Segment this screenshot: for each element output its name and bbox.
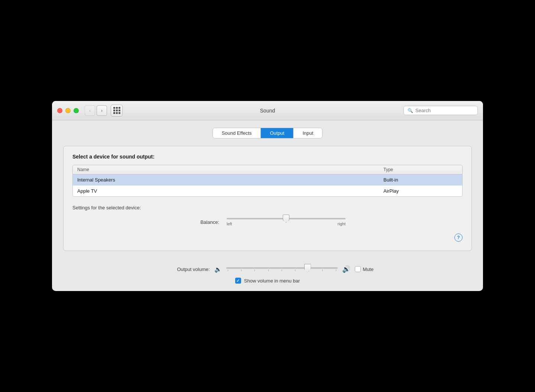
tab-input[interactable]: Input — [294, 128, 322, 138]
help-button[interactable]: ? — [454, 233, 463, 242]
balance-track — [227, 218, 346, 219]
device-table: Name Type Internal Speakers Built-in App… — [72, 165, 463, 197]
tab-sound-effects[interactable]: Sound Effects — [213, 128, 261, 138]
search-input[interactable] — [415, 108, 474, 113]
mute-label: Mute — [363, 267, 374, 272]
main-window: ‹ › Sound 🔍 Sound Effects Output Inp — [52, 101, 483, 291]
table-row[interactable]: Internal Speakers Built-in — [73, 174, 462, 186]
back-icon: ‹ — [89, 108, 91, 113]
show-volume-checkbox[interactable]: ✓ — [235, 278, 241, 284]
search-bar[interactable]: 🔍 — [403, 106, 478, 115]
nav-buttons: ‹ › — [85, 105, 107, 116]
mute-checkbox[interactable] — [355, 266, 361, 272]
speaker-high-icon: 🔊 — [342, 265, 350, 273]
device-type-0: Built-in — [383, 177, 458, 183]
settings-section-title: Settings for the selected device: — [72, 205, 463, 210]
grid-view-button[interactable] — [111, 105, 123, 117]
panel-section-title: Select a device for sound output: — [72, 154, 463, 160]
content-area: Sound Effects Output Input Select a devi… — [52, 120, 483, 260]
search-icon: 🔍 — [408, 108, 413, 113]
bottom-section: Output volume: 🔈 🔊 Mute ✓ Show vo — [52, 260, 483, 291]
col-name-header: Name — [77, 167, 383, 172]
help-button-row: ? — [72, 233, 463, 242]
balance-label: Balance: — [189, 219, 219, 225]
tab-output[interactable]: Output — [261, 128, 294, 138]
minimize-button[interactable] — [65, 108, 71, 113]
output-panel: Select a device for sound output: Name T… — [63, 146, 472, 251]
device-type-1: AirPlay — [383, 188, 458, 194]
output-volume-label: Output volume: — [162, 267, 210, 272]
titlebar: ‹ › Sound 🔍 — [52, 101, 483, 120]
mute-row: Mute — [355, 266, 374, 272]
tabs-row: Sound Effects Output Input — [63, 128, 472, 138]
back-button[interactable]: ‹ — [85, 105, 95, 116]
forward-button[interactable]: › — [97, 105, 107, 116]
balance-row: Balance: left right — [72, 218, 463, 226]
balance-right-label: right — [338, 222, 346, 226]
device-name-0: Internal Speakers — [77, 177, 383, 183]
show-volume-row: ✓ Show volume in menu bar — [63, 278, 472, 284]
window-title: Sound — [260, 108, 275, 114]
device-name-1: Apple TV — [77, 188, 383, 194]
balance-slider-container: left right — [227, 218, 346, 226]
col-type-header: Type — [383, 167, 458, 172]
balance-left-label: left — [227, 222, 232, 226]
speaker-low-icon: 🔈 — [214, 266, 222, 273]
forward-icon: › — [101, 108, 103, 113]
grid-icon — [113, 107, 120, 114]
tab-group: Sound Effects Output Input — [213, 128, 323, 138]
volume-slider-container — [226, 267, 338, 271]
volume-ticks — [226, 270, 338, 271]
table-row[interactable]: Apple TV AirPlay — [73, 186, 462, 196]
maximize-button[interactable] — [74, 108, 79, 113]
close-button[interactable] — [57, 108, 62, 113]
volume-track — [226, 267, 338, 269]
table-header: Name Type — [73, 165, 462, 174]
show-volume-label: Show volume in menu bar — [244, 278, 300, 284]
volume-row: Output volume: 🔈 🔊 Mute — [63, 265, 472, 273]
traffic-lights — [57, 108, 79, 113]
